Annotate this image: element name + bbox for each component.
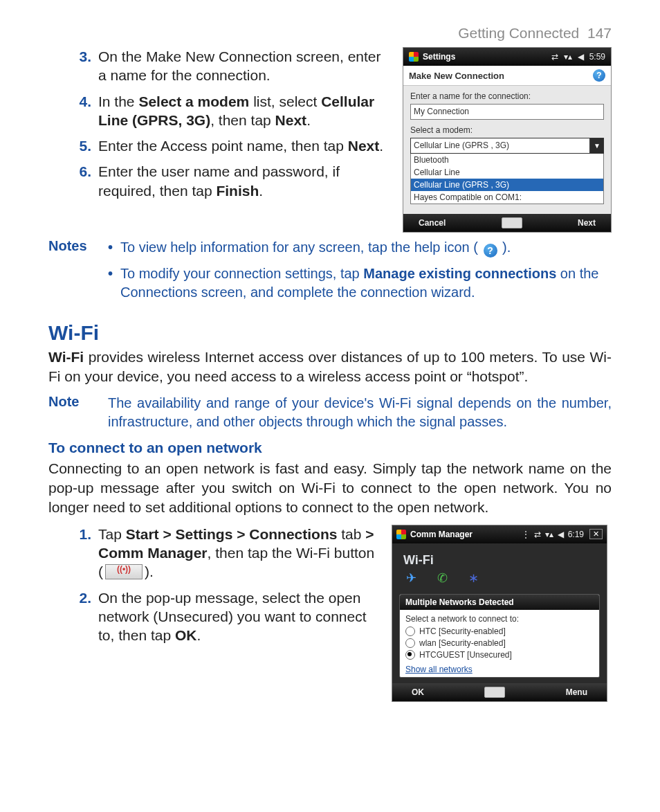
modem-option[interactable]: Cellular Line	[411, 166, 603, 179]
wifi-note: Note The availability and range of your …	[48, 394, 612, 431]
step-item: 6.Enter the user name and password, if r…	[72, 162, 390, 200]
subheading-open-network: To connect to an open network	[48, 440, 612, 456]
step-text: In the Select a modem list, select Cellu…	[98, 92, 390, 130]
titlebar-title: Comm Manager	[410, 530, 473, 539]
step-number: 3.	[72, 47, 91, 85]
note-label: Note	[48, 394, 108, 431]
toggle-row: ✈ ✆ ∗	[392, 569, 607, 591]
step-number: 6.	[72, 162, 91, 200]
step-item: 4.In the Select a modem list, select Cel…	[72, 92, 390, 130]
step-item: 5.Enter the Access point name, then tap …	[72, 136, 390, 155]
phone-icon[interactable]: ✆	[437, 570, 448, 586]
radio-icon[interactable]	[405, 638, 415, 648]
bullet-icon: •	[108, 238, 120, 258]
softkey-bar: Cancel Next	[403, 214, 611, 232]
help-icon[interactable]: ?	[593, 69, 605, 82]
next-button[interactable]: Next	[578, 218, 596, 228]
titlebar: Settings ⇄ ▾▴ ◀ 5:59	[403, 48, 611, 66]
input-connection-name[interactable]: My Connection	[410, 104, 604, 120]
volume-icon: ◀	[558, 530, 564, 539]
keyboard-icon[interactable]	[502, 217, 522, 228]
popup-label: Select a network to connect to:	[405, 614, 594, 624]
steps-list-wifi: 1.Tap Start > Settings > Connections tab…	[48, 525, 379, 645]
notes-block: Notes • To view help information for any…	[48, 238, 612, 302]
modem-option[interactable]: Bluetooth	[411, 154, 603, 166]
notes-item: To view help information for any screen,…	[120, 238, 612, 258]
step-text: On the Make New Connection screen, enter…	[98, 47, 390, 85]
step-item: 2.On the pop-up message, select the open…	[72, 588, 379, 645]
start-icon[interactable]	[396, 530, 406, 539]
network-option[interactable]: HTC [Security-enabled]	[405, 626, 594, 636]
heading-wifi: Wi-Fi	[48, 321, 612, 345]
keyboard-icon[interactable]	[484, 687, 505, 698]
bullet-icon: •	[108, 264, 120, 302]
step-number: 4.	[72, 92, 91, 130]
step-text: Enter the Access point name, then tap Ne…	[98, 136, 390, 155]
screen-title: Make New Connection	[409, 71, 504, 81]
notes-item: To modify your connection settings, tap …	[120, 264, 612, 302]
clock: 6:19	[568, 530, 584, 539]
softkey-bar: OK Menu	[392, 683, 607, 701]
menu-button[interactable]: Menu	[566, 687, 587, 697]
bluetooth-icon[interactable]: ∗	[468, 570, 479, 586]
close-button[interactable]: ✕	[589, 529, 603, 539]
select-modem[interactable]: Cellular Line (GPRS , 3G)	[410, 138, 590, 154]
titlebar: Comm Manager ⋮ ⇄ ▾▴ ◀ 6:19 ✕	[392, 525, 607, 543]
page-number: 147	[587, 25, 612, 41]
screenshot-settings: Settings ⇄ ▾▴ ◀ 5:59 Make New Connection…	[403, 47, 612, 233]
clock: 5:59	[589, 52, 605, 62]
network-option[interactable]: wlan [Security-enabled]	[405, 638, 594, 648]
modem-option[interactable]: Hayes Compatible on COM1:	[411, 191, 603, 204]
modem-dropdown-list[interactable]: BluetoothCellular LineCellular Line (GPR…	[410, 154, 604, 204]
section-name: Getting Connected	[458, 25, 579, 41]
network-name: HTC [Security-enabled]	[419, 626, 506, 636]
step-number: 1.	[72, 525, 91, 581]
cancel-button[interactable]: Cancel	[419, 218, 446, 228]
note-text: The availability and range of your devic…	[108, 394, 612, 431]
notes-label: Notes	[48, 238, 108, 302]
step-number: 2.	[72, 588, 91, 645]
screen-title-bar: Make New Connection ?	[403, 66, 611, 86]
sync-icon: ⇄	[534, 530, 541, 539]
start-icon[interactable]	[409, 52, 419, 62]
steps-list-top: 3.On the Make New Connection screen, ent…	[48, 47, 390, 200]
sync-icon: ⇄	[551, 52, 558, 62]
radio-icon[interactable]	[405, 650, 415, 660]
help-icon-inline: ?	[484, 244, 497, 258]
titlebar-title: Settings	[423, 52, 455, 62]
step-number: 5.	[72, 136, 91, 155]
wifi-intro: Wi-Fi provides wireless Internet access …	[48, 348, 612, 387]
networks-popup: Multiple Networks Detected Select a netw…	[399, 594, 600, 678]
label-connection-name: Enter a name for the connection:	[410, 91, 604, 101]
step-item: 1.Tap Start > Settings > Connections tab…	[72, 525, 379, 581]
screenshot-comm-manager: Comm Manager ⋮ ⇄ ▾▴ ◀ 6:19 ✕ Wi-Fi ✈ ✆ ∗…	[392, 525, 607, 702]
label-select-modem: Select a modem:	[410, 125, 604, 135]
modem-option[interactable]: Cellular Line (GPRS , 3G)	[411, 179, 603, 191]
signal-icon: ▾▴	[545, 530, 553, 539]
step-text: Enter the user name and password, if req…	[98, 162, 390, 200]
signal-icon: ▾▴	[564, 52, 572, 62]
network-name: wlan [Security-enabled]	[419, 638, 506, 648]
open-network-intro: Connecting to an open network is fast an…	[48, 459, 612, 518]
step-text: On the pop-up message, select the open n…	[98, 588, 379, 645]
ok-button[interactable]: OK	[412, 687, 424, 697]
section-label-wifi: Wi-Fi	[392, 543, 607, 569]
network-name: HTCGUEST [Unsecured]	[419, 650, 512, 660]
step-item: 3.On the Make New Connection screen, ent…	[72, 47, 390, 85]
radio-icon[interactable]	[405, 626, 415, 636]
network-option[interactable]: HTCGUEST [Unsecured]	[405, 650, 594, 660]
wifi-button-icon	[105, 564, 143, 579]
wifi-status-icon: ⋮	[522, 530, 530, 539]
volume-icon: ◀	[578, 52, 584, 62]
show-all-networks-link[interactable]: Show all networks	[405, 665, 473, 674]
page-header: Getting Connected 147	[48, 25, 612, 42]
step-text: Tap Start > Settings > Connections tab >…	[98, 525, 379, 581]
select-modem-dropdown-button[interactable]: ▼	[590, 138, 604, 154]
popup-title: Multiple Networks Detected	[400, 595, 599, 610]
flight-mode-icon[interactable]: ✈	[406, 570, 416, 586]
